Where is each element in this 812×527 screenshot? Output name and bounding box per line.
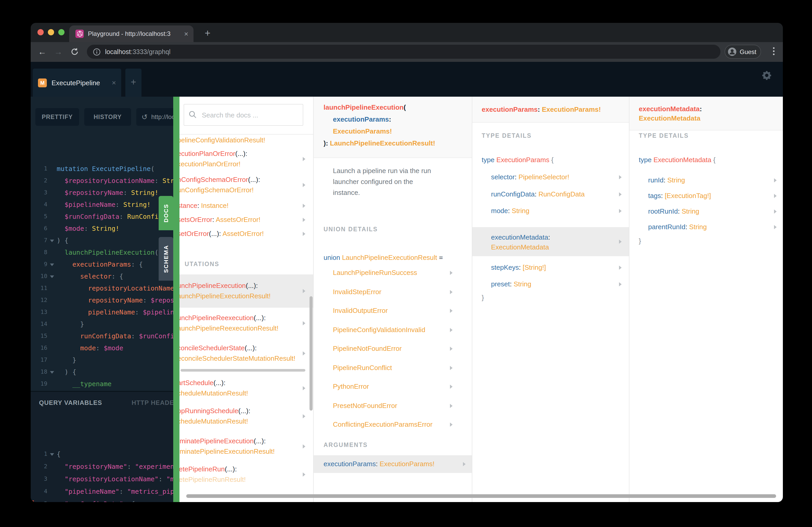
editor-line-13[interactable]: 13 pipelineName: $pipelineName: [31, 306, 173, 318]
editor-line-8[interactable]: 8 launchPipelineExecution(: [31, 246, 173, 258]
history-button[interactable]: HISTORY: [84, 108, 131, 126]
docs-panel-edge[interactable]: [173, 97, 179, 502]
doc-item-LaunchPipelineRunSuccess[interactable]: LaunchPipelineRunSuccess: [333, 269, 462, 288]
doc-item-mode[interactable]: mode: String: [491, 207, 629, 224]
editor-line-7[interactable]: 7) {: [31, 235, 173, 246]
editor-line-17[interactable]: 17 }: [31, 354, 173, 366]
fold-caret-icon[interactable]: [47, 448, 57, 461]
editor-line-5[interactable]: 5 $runConfigData: RunConfigData!: [31, 210, 173, 223]
tab-http-headers[interactable]: HTTP HEADERS: [132, 399, 173, 406]
endpoint-reload-icon[interactable]: ↺: [142, 113, 147, 121]
doc-item-opRunningSchedule[interactable]: opRunningSchedule(...):cheduleMutationRe…: [179, 406, 314, 427]
session-tab-close-icon[interactable]: ×: [112, 78, 116, 87]
doc-item-ConflictingExecutionParamsError[interactable]: ConflictingExecutionParamsError: [333, 420, 462, 439]
editor-line-2[interactable]: 2 $repositoryLocationName: String!: [31, 175, 173, 186]
doc-item-ecutionPlanOrError[interactable]: ecutionPlanOrError(...):xecutionPlanOrEr…: [179, 149, 314, 169]
editor-line-1[interactable]: 1mutation ExecutePipeline(: [31, 163, 173, 175]
doc-item-rminatePipelineExecution[interactable]: rminatePipelineExecution(...):rminatePip…: [179, 436, 314, 457]
schema-side-tab[interactable]: SCHEMA: [159, 237, 173, 281]
editor-line-10[interactable]: 10 selector: {: [31, 270, 173, 282]
docs-side-tab[interactable]: DOCS: [159, 196, 173, 230]
fold-gutter: [47, 485, 57, 498]
doc-item-rootRunId[interactable]: rootRunId: String: [648, 207, 783, 223]
doc-item-stepKeys[interactable]: stepKeys: [String!]: [491, 263, 629, 280]
doc-item-preset[interactable]: preset: String: [491, 280, 629, 297]
docs-horizontal-scrollbar[interactable]: [186, 494, 776, 498]
new-tab-button[interactable]: +: [200, 26, 215, 41]
forward-icon[interactable]: →: [52, 46, 64, 58]
minimize-window-button[interactable]: [48, 29, 54, 35]
doc-item-setsOrError[interactable]: setsOrError: AssetsOrError!: [179, 215, 314, 225]
doc-item-stance[interactable]: stance: Instance!: [179, 201, 314, 211]
doc-item-PipelineConfigValidationInvalid[interactable]: PipelineConfigValidationInvalid: [333, 326, 462, 345]
doc-item-runId[interactable]: runId: String: [648, 176, 783, 192]
fold-caret-icon[interactable]: [47, 498, 57, 502]
fold-caret-icon[interactable]: [47, 270, 57, 282]
doc-item-unchPipelineExecution[interactable]: unchPipelineExecution(...):aunchPipeline…: [179, 274, 314, 308]
fold-caret-icon[interactable]: [47, 366, 57, 378]
variables-editor[interactable]: 1{2 "repositoryName": "experimental"3 "r…: [31, 448, 173, 502]
address-bar[interactable]: localhost:3333/graphql: [87, 45, 721, 59]
editor-line-3[interactable]: 3 "repositoryLocationName": "metrics": [31, 473, 173, 485]
doc-item-artSchedule[interactable]: artSchedule(...):cheduleMutationResult!: [179, 378, 314, 398]
doc-item-letePipelineRun[interactable]: letePipelineRun(...):letePipelineRunResu…: [179, 464, 314, 485]
editor-line-16[interactable]: 16 mode: $mode: [31, 342, 173, 354]
fold-gutter: [47, 294, 57, 306]
query-editor[interactable]: 1mutation ExecutePipeline(2 $repositoryL…: [31, 163, 173, 428]
editor-line-12[interactable]: 12 repositoryName: $repositoryName: [31, 294, 173, 306]
reload-icon[interactable]: [68, 46, 81, 58]
back-icon[interactable]: ←: [36, 46, 48, 58]
doc-item-PresetNotFoundError[interactable]: PresetNotFoundError: [333, 402, 462, 420]
browser-tab[interactable]: Playground - http://localhost:3 ×: [69, 26, 193, 42]
profile-button[interactable]: Guest: [725, 45, 761, 59]
session-tab-executepipeline[interactable]: M ExecutePipeline ×: [33, 69, 121, 97]
endpoint-input[interactable]: ↺ http://loc: [136, 108, 173, 126]
code-text: }: [57, 318, 84, 330]
playground: M ExecutePipeline × + PRETTIFY HISTORY ↺…: [31, 62, 783, 502]
editor-line-18[interactable]: 18 ) {: [31, 366, 173, 378]
editor-line-6[interactable]: 6 $mode: String!: [31, 223, 173, 235]
tab-close-icon[interactable]: ×: [184, 30, 188, 38]
fold-caret-icon[interactable]: [47, 235, 57, 246]
editor-line-1[interactable]: 1{: [31, 448, 173, 461]
doc-item-executionParams-argument[interactable]: executionParams: ExecutionParams!: [314, 455, 472, 473]
prettify-button[interactable]: PRETTIFY: [35, 108, 79, 126]
maximize-window-button[interactable]: [58, 29, 64, 35]
doc-item-partial[interactable]: pelineConfigValidationResult!: [179, 135, 314, 146]
docs-column-hscrollbar[interactable]: [180, 369, 305, 372]
editor-line-4[interactable]: 4 $pipelineName: String!: [31, 198, 173, 210]
doc-item-parentRunId[interactable]: parentRunId: String: [648, 223, 783, 239]
settings-gear-icon[interactable]: [761, 70, 772, 81]
doc-item-tags[interactable]: tags: [ExecutionTag!]: [648, 192, 783, 207]
doc-item-selector[interactable]: selector: PipelineSelector!: [491, 173, 629, 190]
doc-item-PipelineRunConflict[interactable]: PipelineRunConflict: [333, 363, 462, 382]
editor-line-3[interactable]: 3 $repositoryName: String!: [31, 186, 173, 198]
doc-item-PythonError[interactable]: PythonError: [333, 382, 462, 402]
close-window-button[interactable]: [38, 29, 44, 35]
doc-item-unchPipelineReexecution[interactable]: unchPipelineReexecution(...):aunchPipeli…: [179, 313, 314, 334]
editor-line-14[interactable]: 14 }: [31, 318, 173, 330]
search-input[interactable]: [184, 104, 303, 126]
tab-query-variables[interactable]: QUERY VARIABLES: [39, 399, 102, 406]
doc-item-concileSchedulerState[interactable]: concileSchedulerState(...):econcileSched…: [179, 343, 314, 364]
expand-arrow-icon: [303, 289, 305, 293]
editor-line-5[interactable]: 5 "runConfigData": {: [31, 498, 173, 502]
site-info-icon[interactable]: [93, 48, 100, 55]
editor-line-4[interactable]: 4 "pipelineName": "metrics_pipeline": [31, 485, 173, 498]
editor-line-11[interactable]: 11 repositoryLocationName: $repositoryLo…: [31, 282, 173, 294]
doc-item-executionMetadata[interactable]: executionMetadata:ExecutionMetadata: [472, 227, 629, 256]
editor-line-15[interactable]: 15 runConfigData: $runConfigData: [31, 330, 173, 342]
doc-item-PipelineNotFoundError[interactable]: PipelineNotFoundError: [333, 345, 462, 363]
doc-item-setOrError[interactable]: setOrError(...): AssetOrError!: [179, 229, 314, 239]
doc-item-runConfigData[interactable]: runConfigData: RunConfigData: [491, 190, 629, 207]
editor-line-19[interactable]: 19 __typename: [31, 378, 173, 390]
new-session-tab-button[interactable]: +: [125, 69, 142, 97]
browser-menu-icon[interactable]: [769, 46, 778, 58]
doc-item-nConfigSchemaOrError[interactable]: nConfigSchemaOrError(...):unConfigSchema…: [179, 175, 314, 195]
fold-caret-icon[interactable]: [47, 258, 57, 270]
editor-line-9[interactable]: 9 executionParams: {: [31, 258, 173, 270]
editor-line-2[interactable]: 2 "repositoryName": "experimental": [31, 461, 173, 473]
doc-item-InvalidStepError[interactable]: InvalidStepError: [333, 288, 462, 307]
docs-column-scrollbar[interactable]: [309, 296, 313, 410]
doc-item-InvalidOutputError[interactable]: InvalidOutputError: [333, 307, 462, 326]
